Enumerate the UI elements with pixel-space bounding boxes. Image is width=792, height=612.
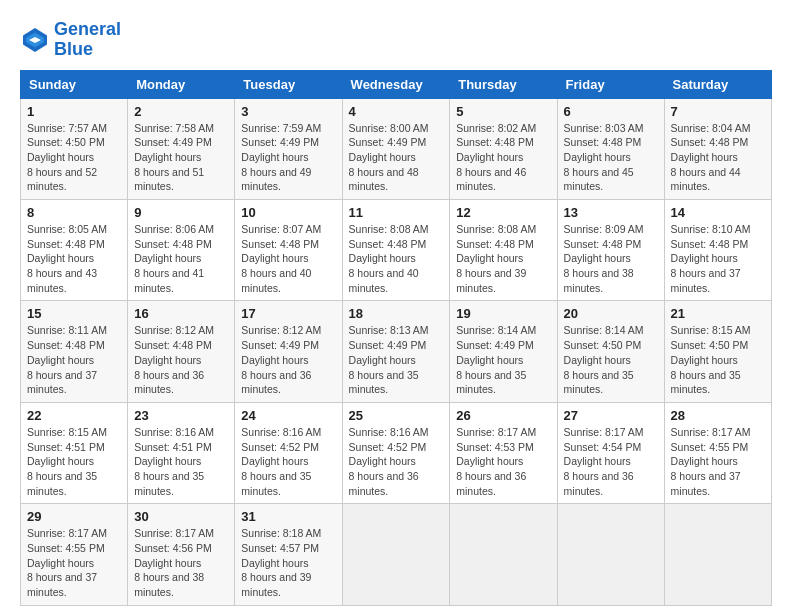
calendar-cell: [450, 504, 557, 605]
calendar-cell: 26 Sunrise: 8:17 AM Sunset: 4:53 PM Dayl…: [450, 402, 557, 503]
day-number: 22: [27, 408, 121, 423]
calendar-header-row: SundayMondayTuesdayWednesdayThursdayFrid…: [21, 70, 772, 98]
calendar-cell: 4 Sunrise: 8:00 AM Sunset: 4:49 PM Dayli…: [342, 98, 450, 199]
calendar-week-4: 22 Sunrise: 8:15 AM Sunset: 4:51 PM Dayl…: [21, 402, 772, 503]
day-number: 9: [134, 205, 228, 220]
day-detail: Sunrise: 8:03 AM Sunset: 4:48 PM Dayligh…: [564, 121, 658, 194]
day-detail: Sunrise: 8:17 AM Sunset: 4:56 PM Dayligh…: [134, 526, 228, 599]
day-detail: Sunrise: 8:02 AM Sunset: 4:48 PM Dayligh…: [456, 121, 550, 194]
day-number: 26: [456, 408, 550, 423]
calendar-cell: 23 Sunrise: 8:16 AM Sunset: 4:51 PM Dayl…: [128, 402, 235, 503]
day-number: 25: [349, 408, 444, 423]
weekday-header-monday: Monday: [128, 70, 235, 98]
calendar-cell: 17 Sunrise: 8:12 AM Sunset: 4:49 PM Dayl…: [235, 301, 342, 402]
day-detail: Sunrise: 7:59 AM Sunset: 4:49 PM Dayligh…: [241, 121, 335, 194]
calendar-cell: 28 Sunrise: 8:17 AM Sunset: 4:55 PM Dayl…: [664, 402, 771, 503]
calendar-cell: 5 Sunrise: 8:02 AM Sunset: 4:48 PM Dayli…: [450, 98, 557, 199]
day-detail: Sunrise: 8:10 AM Sunset: 4:48 PM Dayligh…: [671, 222, 765, 295]
day-detail: Sunrise: 8:18 AM Sunset: 4:57 PM Dayligh…: [241, 526, 335, 599]
calendar-cell: 20 Sunrise: 8:14 AM Sunset: 4:50 PM Dayl…: [557, 301, 664, 402]
day-detail: Sunrise: 8:00 AM Sunset: 4:49 PM Dayligh…: [349, 121, 444, 194]
day-number: 1: [27, 104, 121, 119]
day-number: 20: [564, 306, 658, 321]
calendar-cell: 11 Sunrise: 8:08 AM Sunset: 4:48 PM Dayl…: [342, 200, 450, 301]
logo-text: General Blue: [54, 20, 121, 60]
calendar-cell: 25 Sunrise: 8:16 AM Sunset: 4:52 PM Dayl…: [342, 402, 450, 503]
day-number: 13: [564, 205, 658, 220]
weekday-header-thursday: Thursday: [450, 70, 557, 98]
day-detail: Sunrise: 8:17 AM Sunset: 4:54 PM Dayligh…: [564, 425, 658, 498]
calendar-cell: 8 Sunrise: 8:05 AM Sunset: 4:48 PM Dayli…: [21, 200, 128, 301]
day-number: 14: [671, 205, 765, 220]
weekday-header-wednesday: Wednesday: [342, 70, 450, 98]
day-number: 2: [134, 104, 228, 119]
day-number: 19: [456, 306, 550, 321]
calendar-cell: 15 Sunrise: 8:11 AM Sunset: 4:48 PM Dayl…: [21, 301, 128, 402]
day-detail: Sunrise: 8:08 AM Sunset: 4:48 PM Dayligh…: [349, 222, 444, 295]
day-detail: Sunrise: 8:17 AM Sunset: 4:55 PM Dayligh…: [671, 425, 765, 498]
calendar-cell: 31 Sunrise: 8:18 AM Sunset: 4:57 PM Dayl…: [235, 504, 342, 605]
calendar-cell: 3 Sunrise: 7:59 AM Sunset: 4:49 PM Dayli…: [235, 98, 342, 199]
day-detail: Sunrise: 8:12 AM Sunset: 4:48 PM Dayligh…: [134, 323, 228, 396]
day-detail: Sunrise: 8:06 AM Sunset: 4:48 PM Dayligh…: [134, 222, 228, 295]
day-number: 5: [456, 104, 550, 119]
calendar-body: 1 Sunrise: 7:57 AM Sunset: 4:50 PM Dayli…: [21, 98, 772, 605]
day-detail: Sunrise: 8:17 AM Sunset: 4:53 PM Dayligh…: [456, 425, 550, 498]
day-detail: Sunrise: 8:12 AM Sunset: 4:49 PM Dayligh…: [241, 323, 335, 396]
calendar-cell: 7 Sunrise: 8:04 AM Sunset: 4:48 PM Dayli…: [664, 98, 771, 199]
calendar-cell: 18 Sunrise: 8:13 AM Sunset: 4:49 PM Dayl…: [342, 301, 450, 402]
calendar-cell: 1 Sunrise: 7:57 AM Sunset: 4:50 PM Dayli…: [21, 98, 128, 199]
day-number: 23: [134, 408, 228, 423]
day-detail: Sunrise: 8:14 AM Sunset: 4:49 PM Dayligh…: [456, 323, 550, 396]
logo: General Blue: [20, 20, 121, 60]
day-detail: Sunrise: 8:11 AM Sunset: 4:48 PM Dayligh…: [27, 323, 121, 396]
logo-icon: [20, 25, 50, 55]
day-number: 28: [671, 408, 765, 423]
day-number: 30: [134, 509, 228, 524]
calendar-cell: [557, 504, 664, 605]
day-number: 6: [564, 104, 658, 119]
day-detail: Sunrise: 8:08 AM Sunset: 4:48 PM Dayligh…: [456, 222, 550, 295]
day-detail: Sunrise: 8:04 AM Sunset: 4:48 PM Dayligh…: [671, 121, 765, 194]
calendar-week-1: 1 Sunrise: 7:57 AM Sunset: 4:50 PM Dayli…: [21, 98, 772, 199]
calendar-cell: 10 Sunrise: 8:07 AM Sunset: 4:48 PM Dayl…: [235, 200, 342, 301]
day-number: 16: [134, 306, 228, 321]
day-detail: Sunrise: 8:15 AM Sunset: 4:51 PM Dayligh…: [27, 425, 121, 498]
calendar-cell: [342, 504, 450, 605]
calendar-cell: 19 Sunrise: 8:14 AM Sunset: 4:49 PM Dayl…: [450, 301, 557, 402]
day-number: 15: [27, 306, 121, 321]
calendar-cell: 14 Sunrise: 8:10 AM Sunset: 4:48 PM Dayl…: [664, 200, 771, 301]
day-detail: Sunrise: 8:14 AM Sunset: 4:50 PM Dayligh…: [564, 323, 658, 396]
weekday-header-saturday: Saturday: [664, 70, 771, 98]
day-number: 27: [564, 408, 658, 423]
calendar-week-3: 15 Sunrise: 8:11 AM Sunset: 4:48 PM Dayl…: [21, 301, 772, 402]
weekday-header-friday: Friday: [557, 70, 664, 98]
day-detail: Sunrise: 8:16 AM Sunset: 4:51 PM Dayligh…: [134, 425, 228, 498]
day-number: 29: [27, 509, 121, 524]
calendar-cell: 24 Sunrise: 8:16 AM Sunset: 4:52 PM Dayl…: [235, 402, 342, 503]
day-number: 17: [241, 306, 335, 321]
day-detail: Sunrise: 8:17 AM Sunset: 4:55 PM Dayligh…: [27, 526, 121, 599]
day-detail: Sunrise: 8:15 AM Sunset: 4:50 PM Dayligh…: [671, 323, 765, 396]
calendar-week-5: 29 Sunrise: 8:17 AM Sunset: 4:55 PM Dayl…: [21, 504, 772, 605]
calendar-cell: [664, 504, 771, 605]
day-number: 24: [241, 408, 335, 423]
day-number: 31: [241, 509, 335, 524]
day-number: 12: [456, 205, 550, 220]
calendar-table: SundayMondayTuesdayWednesdayThursdayFrid…: [20, 70, 772, 606]
calendar-cell: 29 Sunrise: 8:17 AM Sunset: 4:55 PM Dayl…: [21, 504, 128, 605]
calendar-cell: 22 Sunrise: 8:15 AM Sunset: 4:51 PM Dayl…: [21, 402, 128, 503]
day-number: 18: [349, 306, 444, 321]
day-number: 8: [27, 205, 121, 220]
calendar-cell: 21 Sunrise: 8:15 AM Sunset: 4:50 PM Dayl…: [664, 301, 771, 402]
page-header: General Blue: [20, 20, 772, 60]
calendar-cell: 2 Sunrise: 7:58 AM Sunset: 4:49 PM Dayli…: [128, 98, 235, 199]
day-number: 3: [241, 104, 335, 119]
calendar-cell: 30 Sunrise: 8:17 AM Sunset: 4:56 PM Dayl…: [128, 504, 235, 605]
day-detail: Sunrise: 8:13 AM Sunset: 4:49 PM Dayligh…: [349, 323, 444, 396]
day-number: 11: [349, 205, 444, 220]
weekday-header-tuesday: Tuesday: [235, 70, 342, 98]
day-detail: Sunrise: 8:16 AM Sunset: 4:52 PM Dayligh…: [241, 425, 335, 498]
day-number: 21: [671, 306, 765, 321]
day-detail: Sunrise: 7:57 AM Sunset: 4:50 PM Dayligh…: [27, 121, 121, 194]
